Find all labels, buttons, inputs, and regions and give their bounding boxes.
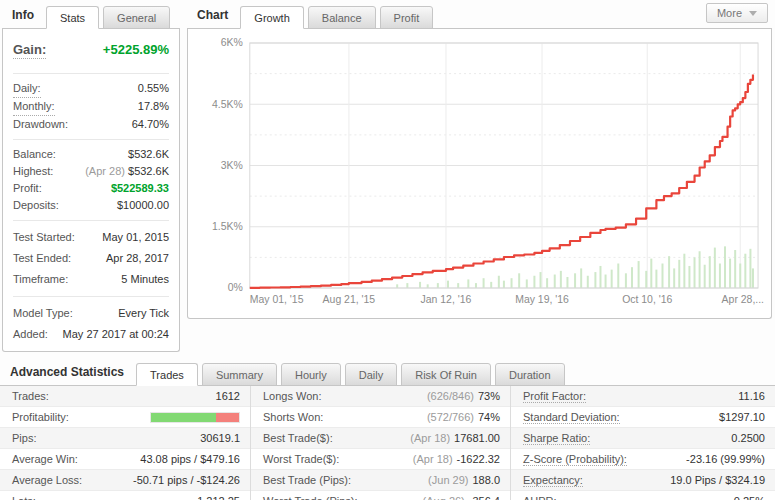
z-score-value: -23.16 (99.99%) [686,453,765,465]
trades-row: Trades: 1612 [0,386,250,407]
svg-text:1.5K%: 1.5K% [212,221,243,232]
model-type-value: Every Tick [118,303,169,324]
profitability-row: Profitability: [0,407,250,428]
tab-profit[interactable]: Profit [380,6,434,29]
expectancy-row: Expectancy: 19.0 Pips / $324.19 [511,470,775,491]
pips-value: 30619.1 [200,432,240,444]
tab-stats[interactable]: Stats [46,6,99,29]
longs-won-pct: 73% [478,390,500,402]
chart-panel-body: 0%1.5K%3K%4.5K%6K%May 01, '15Aug 21, '15… [187,29,772,319]
worst-trade-usd-label: Worst Trade($): [263,453,339,465]
tab-balance[interactable]: Balance [308,6,376,29]
test-started-row: Test Started: May 01, 2015 [13,227,169,248]
added-value: May 27 2017 at 00:24 [63,324,169,345]
tab-growth[interactable]: Growth [240,6,303,29]
svg-text:3K%: 3K% [221,160,243,171]
svg-text:May 19, '16: May 19, '16 [515,294,569,305]
svg-text:May 01, '15: May 01, '15 [250,294,304,305]
model-type-label: Model Type: [13,303,73,324]
info-panel-title: Info [6,8,46,28]
svg-text:Aug 21, '15: Aug 21, '15 [323,294,376,305]
growth-chart-svg[interactable]: 0%1.5K%3K%4.5K%6K%May 01, '15Aug 21, '15… [188,29,771,319]
profit-factor-label[interactable]: Profit Factor: [523,390,586,403]
tab-hourly[interactable]: Hourly [281,363,341,386]
test-ended-label: Test Ended: [13,248,71,269]
best-trade-pips-date: (Jun 29) [428,474,468,486]
daily-value: 0.55% [138,80,169,97]
tab-general[interactable]: General [103,6,170,29]
info-panel: Info Stats General Gain: +5225.89% Daily… [2,2,180,352]
best-trade-usd-label: Best Trade($): [263,432,333,444]
profit-row: Profit: $522589.33 [13,180,169,197]
longs-won-ratio: (626/846) [427,390,474,402]
performance-group: Daily: 0.55% Monthly: 17.8% Drawdown: 64… [13,74,169,140]
gain-label[interactable]: Gain: [13,41,46,59]
expectancy-value: 19.0 Pips / $324.19 [670,474,765,486]
worst-trade-pips-date: (Aug 26) [423,495,465,500]
sharpe-ratio-label[interactable]: Sharpe Ratio: [523,432,590,445]
ahpr-label[interactable]: AHPR: [523,495,557,500]
sharpe-ratio-row: Sharpe Ratio: 0.2500 [511,428,775,449]
test-started-value: May 01, 2015 [102,227,169,248]
trades-value: 1612 [216,390,240,402]
best-trade-usd-date: (Apr 18) [410,432,450,444]
daily-label[interactable]: Daily: [13,80,41,98]
chart-panel: Chart Growth Balance Profit More 0%1.5K%… [187,2,772,352]
profitability-bar-win [151,413,216,422]
average-win-label: Average Win: [12,453,78,465]
gain-group: Gain: +5225.89% [13,29,169,74]
deposits-value: $10000.00 [117,197,169,214]
balance-value: $532.6K [128,146,169,163]
lots-value: 1,212.25 [197,495,240,500]
balance-label: Balance: [13,146,56,163]
adv-col-1: Trades: 1612 Profitability: Pips: 30619.… [0,386,250,500]
best-trade-pips-value: 188.0 [472,474,500,486]
drawdown-row: Drawdown: 64.70% [13,116,169,133]
highest-row: Highest: (Apr 28) $532.6K [13,163,169,180]
test-started-label: Test Started: [13,227,75,248]
more-button[interactable]: More [706,3,768,23]
worst-trade-usd-value: -1622.32 [457,453,500,465]
shorts-won-label: Shorts Won: [263,411,323,423]
chart-tabbar: Chart Growth Balance Profit More [187,2,772,29]
pips-row: Pips: 30619.1 [0,428,250,449]
test-ended-row: Test Ended: Apr 28, 2017 [13,248,169,269]
standard-deviation-row: Standard Deviation: $1297.10 [511,407,775,428]
deposits-row: Deposits: $10000.00 [13,197,169,214]
tab-summary[interactable]: Summary [202,363,277,386]
added-label: Added: [13,324,48,345]
top-panels: Info Stats General Gain: +5225.89% Daily… [0,0,775,352]
expectancy-label[interactable]: Expectancy: [523,474,583,487]
drawdown-value: 64.70% [132,116,169,133]
model-type-row: Model Type: Every Tick [13,303,169,324]
svg-text:0%: 0% [228,282,243,293]
profit-label: Profit: [13,180,42,197]
tab-risk-of-ruin[interactable]: Risk Of Ruin [401,363,491,386]
profit-value: $522589.33 [111,180,169,197]
monthly-label[interactable]: Monthly: [13,98,55,116]
profit-factor-value: 11.16 [738,390,765,402]
best-trade-usd-row: Best Trade($): (Apr 18)17681.00 [251,428,510,449]
shorts-won-row: Shorts Won: (572/766)74% [251,407,510,428]
standard-deviation-value: $1297.10 [719,411,765,423]
more-button-label: More [717,7,742,19]
adv-section-title: Advanced Statistics [4,365,136,385]
ahpr-value: 0.25% [734,495,765,500]
trades-label: Trades: [12,390,49,402]
best-trade-pips-row: Best Trade (Pips): (Jun 29)188.0 [251,470,510,491]
timeframe-label: Timeframe: [13,269,68,290]
timeframe-row: Timeframe: 5 Minutes [13,269,169,290]
balance-row: Balance: $532.6K [13,146,169,163]
svg-text:Oct 10, '16: Oct 10, '16 [622,294,672,305]
sharpe-ratio-value: 0.2500 [731,432,765,444]
pips-label: Pips: [12,432,36,444]
z-score-row: Z-Score (Probability): -23.16 (99.99%) [511,449,775,470]
worst-trade-pips-label: Worst Trade (Pips): [263,495,358,500]
tab-daily[interactable]: Daily [345,363,397,386]
longs-won-label: Longs Won: [263,390,322,402]
tab-trades[interactable]: Trades [136,363,198,386]
tab-duration[interactable]: Duration [495,363,565,386]
standard-deviation-label[interactable]: Standard Deviation: [523,411,620,424]
z-score-label[interactable]: Z-Score (Probability): [523,453,627,466]
adv-col-2: Longs Won: (626/846)73% Shorts Won: (572… [250,386,510,500]
